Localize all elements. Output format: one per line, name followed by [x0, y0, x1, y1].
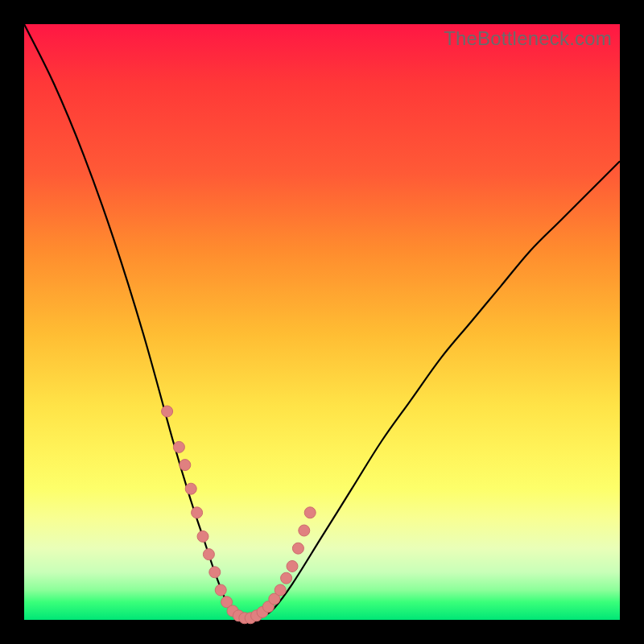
- curve-marker: [180, 460, 191, 471]
- curve-marker: [299, 525, 310, 536]
- curve-marker: [185, 483, 196, 494]
- bottleneck-curve: [24, 24, 620, 620]
- curve-marker: [209, 567, 221, 578]
- curve-marker: [287, 560, 298, 572]
- curve-marker: [304, 507, 316, 518]
- curve-path: [24, 24, 620, 620]
- curve-marker: [203, 549, 214, 560]
- curve-marker: [292, 543, 303, 554]
- chart-frame: TheBottleneck.com: [0, 0, 644, 644]
- curve-marker: [192, 507, 203, 518]
- curve-marker: [281, 572, 292, 584]
- curve-marker: [162, 406, 173, 417]
- curve-marker: [173, 441, 184, 452]
- curve-markers: [162, 406, 316, 624]
- curve-marker: [275, 584, 286, 596]
- plot-area: TheBottleneck.com: [24, 24, 620, 620]
- curve-marker: [197, 530, 208, 542]
- curve-marker: [215, 584, 226, 596]
